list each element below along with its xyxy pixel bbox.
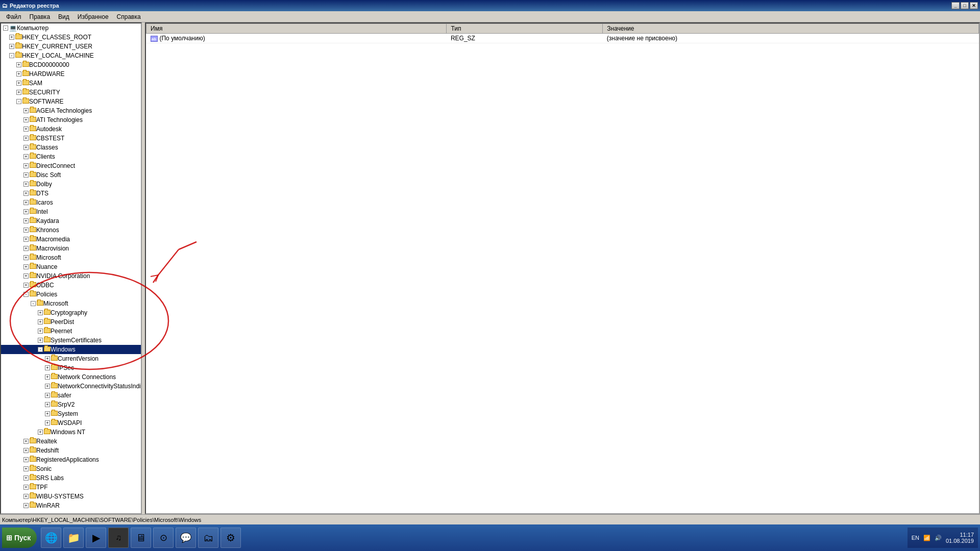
expand-btn-autodesk[interactable]: + xyxy=(23,127,29,132)
menu-edit[interactable]: Правка xyxy=(26,12,55,21)
taskbar-misc-icon[interactable]: ⚙ xyxy=(220,528,241,548)
expand-btn-peerdist[interactable]: + xyxy=(38,319,43,324)
tree-item-systemcerts[interactable]: + SystemCertificates xyxy=(1,336,141,345)
tree-item-directconnect[interactable]: + DirectConnect xyxy=(1,161,141,170)
tree-item-classes[interactable]: + Classes xyxy=(1,143,141,152)
tree-item-system[interactable]: + System xyxy=(1,409,141,418)
tree-panel[interactable]: - 💻 Компьютер+ HKEY_CLASSES_ROOT+ HKEY_C… xyxy=(0,22,142,514)
expand-btn-currentversion[interactable]: + xyxy=(45,356,50,361)
expand-btn-windows_nt[interactable]: + xyxy=(38,430,43,435)
tree-item-peernet[interactable]: + Peernet xyxy=(1,327,141,336)
expand-btn-ageia[interactable]: + xyxy=(23,108,29,113)
maximize-button[interactable]: □ xyxy=(961,2,969,9)
expand-btn-dts[interactable]: + xyxy=(23,191,29,196)
menu-view[interactable]: Вид xyxy=(54,12,74,21)
expand-btn-wsdapi[interactable]: + xyxy=(45,420,50,425)
expand-btn-sam[interactable]: + xyxy=(16,81,21,86)
taskbar-explorer-icon[interactable]: 📁 xyxy=(63,528,84,548)
tree-item-policies[interactable]: - Policies xyxy=(1,290,141,299)
expand-btn-ipsec[interactable]: + xyxy=(45,365,50,370)
tree-item-hkey_current_user[interactable]: + HKEY_CURRENT_USER xyxy=(1,42,141,51)
tree-item-windows[interactable]: - Windows xyxy=(1,345,141,354)
expand-btn-directconnect[interactable]: + xyxy=(23,163,29,168)
tree-item-autodesk[interactable]: + Autodesk xyxy=(1,124,141,134)
minimize-button[interactable]: _ xyxy=(951,2,960,9)
expand-btn-hkey_classes_root[interactable]: + xyxy=(9,35,14,40)
expand-btn-computer[interactable]: - xyxy=(3,26,8,31)
expand-btn-macrovision[interactable]: + xyxy=(23,246,29,251)
tree-item-wibu[interactable]: + WIBU-SYSTEMS xyxy=(1,492,141,501)
table-row[interactable]: ab(По умолчанию)REG_SZ(значение не присв… xyxy=(146,34,979,43)
values-panel[interactable]: Имя Тип Значение ab(По умолчанию)REG_SZ(… xyxy=(145,22,980,514)
tree-item-odbc[interactable]: + ODBC xyxy=(1,281,141,290)
taskbar-screen-icon[interactable]: 🖥 xyxy=(131,528,151,548)
expand-btn-khronos[interactable]: + xyxy=(23,228,29,233)
tree-item-tpf[interactable]: + TPF xyxy=(1,483,141,492)
expand-btn-microsoft_pol[interactable]: - xyxy=(31,301,36,306)
expand-btn-hkey_local_machine[interactable]: - xyxy=(9,53,14,58)
tree-item-security[interactable]: + SECURITY xyxy=(1,88,141,97)
taskbar-folder2-icon[interactable]: 🗂 xyxy=(198,528,218,548)
tree-item-hkey_classes_root[interactable]: + HKEY_CLASSES_ROOT xyxy=(1,33,141,42)
tree-item-safer[interactable]: + safer xyxy=(1,391,141,400)
menu-help[interactable]: Справка xyxy=(113,12,145,21)
tree-item-srs_labs[interactable]: + SRS Labs xyxy=(1,473,141,483)
expand-btn-windows[interactable]: - xyxy=(38,347,43,352)
tree-item-clients[interactable]: + Clients xyxy=(1,152,141,161)
tree-item-nvidia[interactable]: + NVIDIA Corporation xyxy=(1,271,141,281)
expand-btn-wibu[interactable]: + xyxy=(23,494,29,499)
tree-item-cryptography[interactable]: + Cryptography xyxy=(1,308,141,317)
expand-btn-kaydara[interactable]: + xyxy=(23,218,29,223)
tree-item-winrar[interactable]: + WinRAR xyxy=(1,501,141,510)
tree-item-bcd00000000[interactable]: + BCD00000000 xyxy=(1,60,141,69)
expand-btn-system[interactable]: + xyxy=(45,411,50,416)
expand-btn-tpf[interactable]: + xyxy=(23,485,29,490)
expand-btn-nuance[interactable]: + xyxy=(23,264,29,269)
expand-btn-odbc[interactable]: + xyxy=(23,283,29,288)
tree-item-macrovision[interactable]: + Macrovision xyxy=(1,244,141,253)
expand-btn-intel[interactable]: + xyxy=(23,209,29,214)
expand-btn-icaros[interactable]: + xyxy=(23,200,29,205)
expand-btn-bcd00000000[interactable]: + xyxy=(16,62,21,67)
expand-btn-cryptography[interactable]: + xyxy=(38,310,43,315)
expand-btn-security[interactable]: + xyxy=(16,90,21,95)
tree-item-ati[interactable]: + ATI Technologies xyxy=(1,115,141,124)
tree-item-microsoft_sw[interactable]: + Microsoft xyxy=(1,253,141,262)
tree-item-dts[interactable]: + DTS xyxy=(1,189,141,198)
taskbar-winamp-icon[interactable]: ♫ xyxy=(108,528,129,548)
expand-btn-realtek[interactable]: + xyxy=(23,439,29,444)
menu-file[interactable]: Файл xyxy=(2,12,26,21)
expand-btn-clients[interactable]: + xyxy=(23,154,29,159)
tree-item-windows_nt[interactable]: + Windows NT xyxy=(1,428,141,437)
expand-btn-macromedia[interactable]: + xyxy=(23,237,29,242)
expand-btn-ati[interactable]: + xyxy=(23,117,29,122)
expand-btn-classes[interactable]: + xyxy=(23,145,29,150)
expand-btn-discsoft[interactable]: + xyxy=(23,172,29,178)
expand-btn-systemcerts[interactable]: + xyxy=(38,338,43,343)
expand-btn-software[interactable]: - xyxy=(16,99,21,104)
expand-btn-srs_labs[interactable]: + xyxy=(23,475,29,481)
expand-btn-peernet[interactable]: + xyxy=(38,329,43,334)
taskbar-chrome-icon[interactable]: ⊙ xyxy=(153,528,174,548)
expand-btn-cbstest[interactable]: + xyxy=(23,136,29,141)
expand-btn-redshift[interactable]: + xyxy=(23,448,29,453)
tree-item-hkey_local_machine[interactable]: - HKEY_LOCAL_MACHINE xyxy=(1,51,141,60)
menu-favorites[interactable]: Избранное xyxy=(74,12,113,21)
tree-item-netconn_status[interactable]: + NetworkConnectivityStatusIndicat... xyxy=(1,382,141,391)
taskbar-ie-icon[interactable]: 🌐 xyxy=(41,528,61,548)
tree-item-intel[interactable]: + Intel xyxy=(1,207,141,216)
tree-item-dolby[interactable]: + Dolby xyxy=(1,180,141,189)
tree-item-macromedia[interactable]: + Macromedia xyxy=(1,235,141,244)
tree-item-realtek[interactable]: + Realtek xyxy=(1,437,141,446)
expand-btn-dolby[interactable]: + xyxy=(23,182,29,187)
tree-item-nuance[interactable]: + Nuance xyxy=(1,262,141,271)
start-button[interactable]: ⊞ Пуск xyxy=(2,528,37,548)
tree-item-microsoft_pol[interactable]: - Microsoft xyxy=(1,299,141,308)
tree-item-computer[interactable]: - 💻 Компьютер xyxy=(1,23,141,33)
tree-item-discsoft[interactable]: + Disc Soft xyxy=(1,170,141,180)
expand-btn-netconn_status[interactable]: + xyxy=(45,384,50,389)
tree-item-kaydara[interactable]: + Kaydara xyxy=(1,216,141,226)
tree-item-network_connections[interactable]: + Network Connections xyxy=(1,372,141,382)
tree-item-khronos[interactable]: + Khronos xyxy=(1,226,141,235)
taskbar-media-icon[interactable]: ▶ xyxy=(86,528,106,548)
